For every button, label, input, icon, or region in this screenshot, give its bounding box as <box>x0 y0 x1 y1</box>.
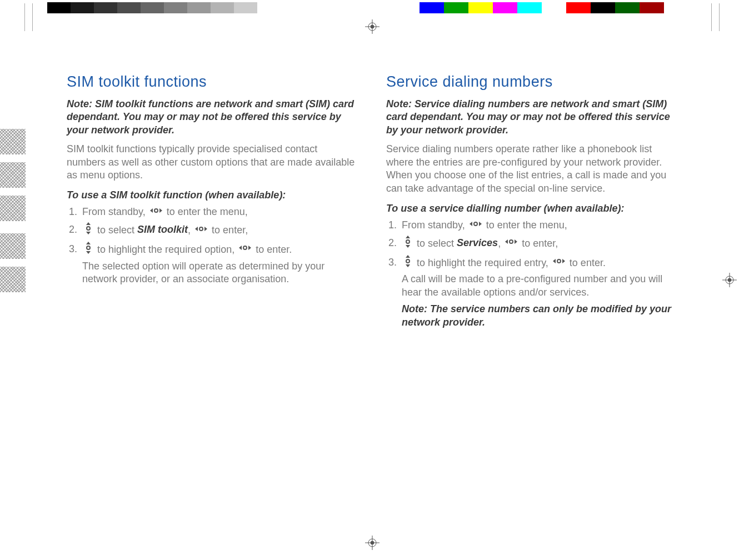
svg-point-43 <box>407 241 409 243</box>
page-content: SIM toolkit functions Note: SIM toolkit … <box>67 72 678 332</box>
color-bar <box>420 2 664 13</box>
task-heading: To use a SIM toolkit function (when avai… <box>67 189 358 202</box>
svg-marker-28 <box>86 242 91 244</box>
dpad-horizontal-icon <box>505 237 517 250</box>
dpad-vertical-icon <box>403 236 412 252</box>
registration-mark-icon <box>722 273 737 287</box>
step-text: to select <box>417 237 457 248</box>
step-text: to select <box>97 224 137 236</box>
page-ornament <box>0 233 26 300</box>
body-text: SIM toolkit functions typically provide … <box>67 143 358 182</box>
svg-point-19 <box>155 209 157 212</box>
page-ornament <box>0 129 26 229</box>
note-text: Note: SIM toolkit functions are network … <box>67 98 358 137</box>
step-text: to enter, <box>212 224 248 236</box>
step-text: to highlight the required entry, <box>417 257 551 268</box>
svg-marker-21 <box>86 232 91 234</box>
step-text: , <box>498 237 503 248</box>
svg-marker-45 <box>515 239 517 244</box>
menu-option-name: SIM toolkit <box>137 224 188 235</box>
svg-point-31 <box>87 247 89 249</box>
task-heading: To use a service dialling number (when a… <box>386 202 678 216</box>
step-text: to enter the menu, <box>167 206 248 217</box>
grayscale-bar <box>47 2 281 13</box>
column-right: Service dialing numbers Note: Service di… <box>386 72 678 332</box>
step-list: From standby, to enter the menu, to sele… <box>80 206 358 286</box>
svg-point-47 <box>510 241 512 243</box>
svg-marker-52 <box>553 259 556 263</box>
step-item: to highlight the required entry, to ente… <box>400 255 678 329</box>
dpad-vertical-icon <box>84 222 93 238</box>
svg-point-35 <box>244 247 246 249</box>
svg-marker-53 <box>562 259 565 263</box>
svg-marker-24 <box>195 227 198 231</box>
crop-mark <box>32 3 33 31</box>
menu-option-name: Services <box>457 237 498 248</box>
svg-marker-41 <box>406 245 410 248</box>
crop-mark <box>24 3 25 31</box>
body-text: Service dialing numbers operate rather l… <box>386 143 678 196</box>
step-result-note: Note: The service numbers can only be mo… <box>402 303 678 329</box>
dpad-horizontal-icon <box>195 224 207 237</box>
step-text: From standby, <box>82 206 148 217</box>
svg-marker-33 <box>248 246 251 250</box>
svg-marker-40 <box>406 236 410 238</box>
note-text: Note: Service dialing numbers are networ… <box>386 98 678 137</box>
column-left: SIM toolkit functions Note: SIM toolkit … <box>67 72 358 332</box>
crop-mark <box>711 3 712 31</box>
step-item: to highlight the required option, to ent… <box>80 242 358 286</box>
svg-marker-29 <box>86 251 91 254</box>
registration-mark-icon <box>365 19 380 34</box>
svg-marker-17 <box>159 208 162 213</box>
svg-marker-25 <box>204 227 207 231</box>
svg-marker-49 <box>406 264 410 267</box>
step-text: to enter. <box>256 243 292 254</box>
step-list: From standby, to enter the menu, to sele… <box>400 219 678 329</box>
svg-marker-48 <box>406 255 410 258</box>
step-item: From standby, to enter the menu, <box>400 219 678 232</box>
registration-mark-icon <box>365 536 380 550</box>
dpad-horizontal-icon <box>150 206 162 219</box>
svg-marker-32 <box>239 246 242 250</box>
svg-point-55 <box>558 260 560 262</box>
svg-marker-44 <box>505 239 508 244</box>
dpad-horizontal-icon <box>239 243 251 256</box>
step-text: to enter the menu, <box>486 219 567 231</box>
svg-point-23 <box>87 227 89 229</box>
svg-point-39 <box>475 223 477 225</box>
step-item: From standby, to enter the menu, <box>80 206 358 219</box>
heading-service-dialing: Service dialing numbers <box>386 72 678 92</box>
dpad-horizontal-icon <box>553 256 565 269</box>
svg-point-27 <box>200 228 202 230</box>
dpad-vertical-icon <box>403 255 412 271</box>
step-text: to highlight the required option, <box>97 243 237 254</box>
heading-sim-toolkit: SIM toolkit functions <box>67 72 358 92</box>
step-text: From standby, <box>402 219 468 231</box>
step-item: to select SIM toolkit, to enter, <box>80 222 358 238</box>
step-text: to enter. <box>570 257 606 268</box>
step-result: The selected option will operate as dete… <box>82 260 358 287</box>
crop-mark <box>719 3 720 31</box>
step-item: to select Services, to enter, <box>400 236 678 252</box>
printer-calibration-strip <box>0 2 744 13</box>
svg-marker-37 <box>479 222 482 226</box>
svg-marker-36 <box>470 222 472 226</box>
step-text: to enter, <box>522 237 558 248</box>
svg-marker-16 <box>150 208 153 213</box>
step-text: , <box>188 224 193 236</box>
step-result: A call will be made to a pre-configured … <box>402 273 678 299</box>
svg-marker-20 <box>86 222 91 225</box>
svg-point-51 <box>407 260 409 262</box>
dpad-vertical-icon <box>84 242 93 258</box>
dpad-horizontal-icon <box>470 219 482 232</box>
